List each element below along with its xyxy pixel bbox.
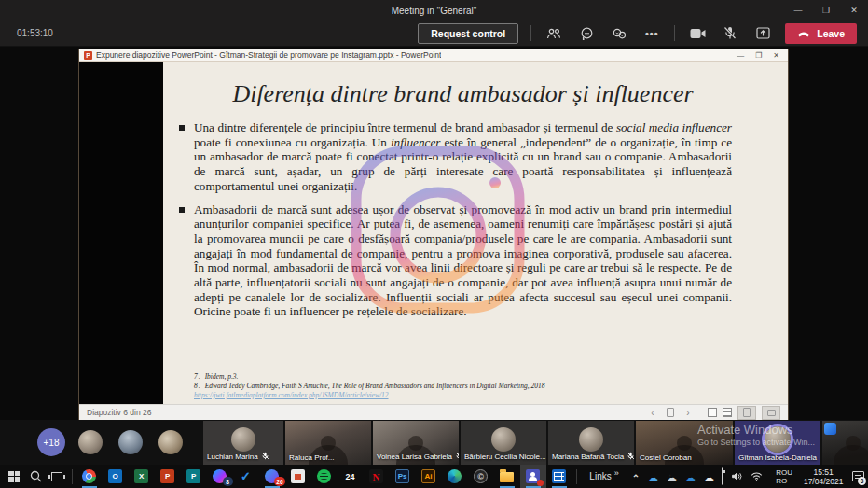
shared-screen-stage: P Expunere diapozitive PowerPoint - Gîtm… (0, 47, 868, 420)
participant-avatar[interactable] (118, 430, 143, 454)
cloud-white-icon[interactable]: ☁ (703, 468, 714, 485)
participant-tile[interactable]: Luchian Marina (203, 421, 283, 465)
taskbar-app-todo[interactable]: ✓ (233, 465, 259, 488)
notification-badge: 26 (274, 477, 284, 486)
action-center-button[interactable]: 3 (848, 465, 868, 488)
participant-name-text: Mariana Bafană Tocia (552, 453, 624, 461)
next-slide-button[interactable]: › (681, 407, 696, 419)
leave-button[interactable]: Leave (785, 23, 857, 44)
todo-icon: ✓ (239, 469, 253, 483)
links-toolbar[interactable]: Links» (589, 471, 618, 481)
meeting-window-titlebar: Meeting in "General" — ❐ ✕ (0, 0, 868, 21)
participant-tile[interactable]: Gîtman Isabela-Daniela (735, 421, 820, 465)
taskbar-clock[interactable]: 15:5117/04/2021 (804, 467, 844, 486)
taskbar-app-illustrator[interactable]: Ai (416, 465, 442, 488)
participant-name: Mariana Bafană Tocia (552, 452, 634, 462)
participant-name: Raluca Prof... (289, 453, 334, 462)
overflow-participants-badge[interactable]: +18 (37, 428, 65, 456)
maximize-button[interactable]: ❐ (812, 0, 840, 21)
share-screen-icon[interactable] (752, 23, 773, 44)
language-indicator[interactable]: ROURO (776, 468, 792, 485)
camera-icon[interactable] (687, 23, 708, 44)
chevron-up-icon[interactable]: ⌃ (632, 468, 640, 485)
chat-icon[interactable] (576, 23, 597, 44)
hang-up-icon (797, 30, 810, 37)
call-toolbar: 01:53:10 Request control ••• Leave (0, 21, 868, 47)
taskbar-app-calendar[interactable] (546, 465, 572, 488)
taskbar-app-spotify[interactable] (311, 465, 338, 488)
slide: Diferența dintre brand ambasador și infl… (163, 62, 788, 404)
taskbar-app-publisher[interactable]: P (181, 465, 207, 488)
participants-icon[interactable] (544, 23, 564, 44)
taskbar-app-chrome[interactable] (76, 465, 103, 488)
volume-icon[interactable] (731, 468, 743, 485)
toolbar-divider (530, 25, 531, 41)
grid-view-icon[interactable] (723, 408, 732, 417)
mic-off-icon[interactable] (720, 23, 740, 44)
ppt-minimize-button[interactable]: — (737, 51, 744, 60)
cloud-upload-icon[interactable]: ☁↑ (666, 468, 677, 485)
participant-tile[interactable]: Bărbieru Cecilia Nicole... (461, 421, 546, 465)
participant-name-text: Bărbieru Cecilia Nicole... (464, 453, 546, 461)
pen-menu-button[interactable] (663, 407, 678, 419)
taskbar-app-copyright[interactable]: © (468, 465, 494, 488)
participant-tile[interactable] (822, 421, 868, 465)
taskbar-app-tv24[interactable]: 24 (338, 465, 364, 488)
footnote-link[interactable]: https://jwti.fatlmediaplatform.com/index… (194, 391, 389, 399)
taskbar-app-netflix[interactable]: N (364, 465, 390, 488)
windows-taskbar: OXPP8✓2624NPsAi© Links» ⌃☁☁↑☁☁ ROURO 15:… (0, 465, 868, 488)
participant-avatar[interactable] (78, 430, 103, 454)
toolbar-divider (674, 25, 675, 41)
ppt-close-button[interactable]: ✕ (773, 51, 779, 60)
footnote-text: Ibidem, p.3. (205, 372, 239, 381)
taskbar-app-store[interactable] (285, 465, 311, 488)
participant-name: Bărbieru Cecilia Nicole... (464, 452, 546, 462)
taskbar-app-excel[interactable]: X (129, 465, 155, 488)
battery-icon[interactable] (722, 468, 723, 485)
taskbar-app-messenger2[interactable]: 26 (259, 465, 285, 488)
netflix-icon: N (369, 469, 383, 483)
participant-tile[interactable]: Mariana Bafană Tocia (548, 421, 634, 465)
participant-tile[interactable]: Raluca Prof... (285, 421, 371, 465)
ppt-maximize-button[interactable]: ❐ (755, 51, 762, 60)
taskbar-app-powerpoint[interactable]: P (155, 465, 181, 488)
taskbar-app-photoshop[interactable]: Ps (390, 465, 416, 488)
powerpoint-statusbar: Diapozitiv 6 din 26 ‹ › (79, 404, 788, 420)
slide-footnotes: 7.Ibidem, p.3.8.Edward Teddy Cambridge, … (194, 372, 732, 400)
taskbar-app-edge[interactable] (442, 465, 468, 488)
participant-avatar (231, 427, 255, 452)
taskbar-app-outlook[interactable]: O (103, 465, 129, 488)
request-control-button[interactable]: Request control (418, 23, 518, 44)
cloud-dark-blue-icon[interactable]: ☁ (684, 468, 696, 485)
more-options-icon[interactable]: ••• (641, 23, 662, 44)
close-button[interactable]: ✕ (840, 0, 868, 21)
taskbar-app-messenger[interactable]: 8 (207, 465, 233, 488)
minimize-button[interactable]: — (784, 0, 812, 21)
participant-tile[interactable]: Costel Coroban (636, 421, 733, 465)
reactions-icon[interactable] (609, 23, 629, 44)
mic-muted-icon (627, 452, 634, 462)
cloud-blue-icon[interactable]: ☁ (647, 468, 658, 485)
taskbar-app-explorer[interactable] (494, 465, 520, 488)
powerpoint-icon: P (84, 51, 92, 60)
reading-view-icon[interactable] (737, 406, 756, 420)
start-button[interactable] (4, 465, 25, 488)
wifi-icon[interactable] (751, 468, 763, 485)
participant-avatar[interactable] (158, 430, 183, 454)
slideshow-black-bar (79, 62, 163, 404)
store-icon (291, 469, 305, 483)
search-button[interactable] (25, 465, 47, 488)
notification-badge: 8 (223, 477, 233, 486)
display-settings-icon[interactable] (762, 406, 780, 420)
bullet-text: Ambasadorii de marcă sunt adesea ușor de… (194, 202, 732, 319)
previous-slide-button[interactable]: ‹ (645, 407, 660, 419)
copyright-icon: © (474, 469, 488, 483)
mini-avatar-row (78, 430, 183, 454)
participant-tile[interactable]: Voinea Larisa Gabriela (373, 421, 459, 465)
menu-icon[interactable] (708, 408, 717, 417)
excel-icon: X (134, 469, 148, 483)
taskbar-app-teams[interactable] (520, 465, 546, 488)
windows-logo-icon (8, 471, 20, 482)
slide-title: Diferența dintre brand ambasador și infl… (194, 80, 732, 108)
task-view-button[interactable] (47, 465, 68, 488)
